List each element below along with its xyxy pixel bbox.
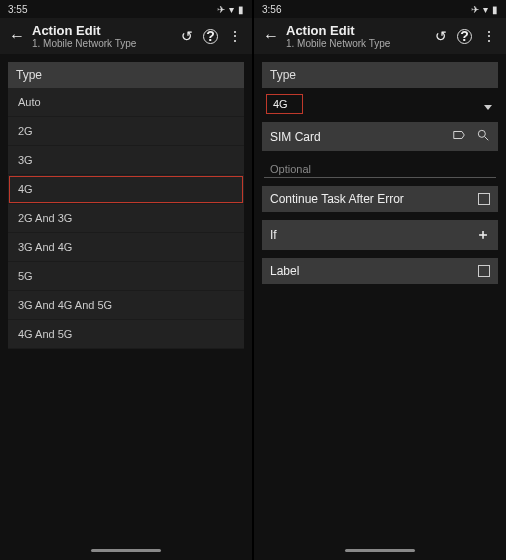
nav-pill[interactable] bbox=[345, 549, 415, 552]
content-left: Type Auto 2G 3G 4G 2G And 3G 3G And 4G 5… bbox=[0, 54, 252, 540]
option-3g4g5g[interactable]: 3G And 4G And 5G bbox=[8, 291, 244, 320]
if-add-button[interactable]: ＋ bbox=[476, 226, 490, 244]
page-subtitle: 1. Mobile Network Type bbox=[286, 38, 435, 49]
undo-button[interactable]: ↺ bbox=[435, 28, 447, 44]
option-auto[interactable]: Auto bbox=[8, 88, 244, 117]
sim-card-input[interactable]: Optional bbox=[264, 157, 496, 178]
wifi-icon: ▾ bbox=[229, 4, 234, 15]
status-time: 3:56 bbox=[262, 4, 281, 15]
continue-checkbox[interactable] bbox=[478, 193, 490, 205]
wifi-icon: ▾ bbox=[483, 4, 488, 15]
page-title: Action Edit bbox=[286, 23, 435, 38]
status-bar: 3:55 ✈ ▾ ▮ bbox=[0, 0, 252, 18]
status-icons: ✈ ▾ ▮ bbox=[471, 4, 498, 15]
undo-button[interactable]: ↺ bbox=[181, 28, 193, 44]
svg-line-1 bbox=[485, 137, 489, 141]
option-3g[interactable]: 3G bbox=[8, 146, 244, 175]
label-label: Label bbox=[270, 264, 299, 278]
status-time: 3:55 bbox=[8, 4, 27, 15]
type-selected-value[interactable]: 4G bbox=[266, 94, 303, 114]
svg-point-0 bbox=[478, 130, 485, 137]
battery-icon: ▮ bbox=[238, 4, 244, 15]
status-icons: ✈ ▾ ▮ bbox=[217, 4, 244, 15]
option-2g[interactable]: 2G bbox=[8, 117, 244, 146]
help-button[interactable]: ? bbox=[457, 29, 472, 44]
header-titles: Action Edit 1. Mobile Network Type bbox=[28, 23, 181, 49]
battery-icon: ▮ bbox=[492, 4, 498, 15]
tag-icon[interactable] bbox=[452, 128, 466, 145]
continue-label: Continue Task After Error bbox=[270, 192, 404, 206]
status-bar: 3:56 ✈ ▾ ▮ bbox=[254, 0, 506, 18]
sim-card-label: SIM Card bbox=[270, 130, 321, 144]
if-label: If bbox=[270, 228, 277, 242]
option-5g[interactable]: 5G bbox=[8, 262, 244, 291]
label-checkbox[interactable] bbox=[478, 265, 490, 277]
option-3g4g[interactable]: 3G And 4G bbox=[8, 233, 244, 262]
if-row[interactable]: If ＋ bbox=[262, 220, 498, 250]
continue-after-error-row[interactable]: Continue Task After Error bbox=[262, 186, 498, 212]
type-header: Type bbox=[262, 62, 498, 88]
airplane-icon: ✈ bbox=[217, 4, 225, 15]
option-4g[interactable]: 4G bbox=[8, 175, 244, 204]
overflow-menu[interactable]: ⋮ bbox=[228, 28, 242, 44]
header-titles: Action Edit 1. Mobile Network Type bbox=[282, 23, 435, 49]
type-dropdown-caret[interactable] bbox=[484, 88, 498, 114]
type-header: Type bbox=[8, 62, 244, 88]
option-4g5g[interactable]: 4G And 5G bbox=[8, 320, 244, 349]
option-2g3g[interactable]: 2G And 3G bbox=[8, 204, 244, 233]
app-header: ← Action Edit 1. Mobile Network Type ↺ ?… bbox=[254, 18, 506, 54]
back-button[interactable]: ← bbox=[6, 27, 28, 45]
nav-bar bbox=[0, 540, 252, 560]
overflow-menu[interactable]: ⋮ bbox=[482, 28, 496, 44]
page-title: Action Edit bbox=[32, 23, 181, 38]
back-button[interactable]: ← bbox=[260, 27, 282, 45]
phone-left: 3:55 ✈ ▾ ▮ ← Action Edit 1. Mobile Netwo… bbox=[0, 0, 252, 560]
app-header: ← Action Edit 1. Mobile Network Type ↺ ?… bbox=[0, 18, 252, 54]
nav-pill[interactable] bbox=[91, 549, 161, 552]
nav-bar bbox=[254, 540, 506, 560]
help-button[interactable]: ? bbox=[203, 29, 218, 44]
airplane-icon: ✈ bbox=[471, 4, 479, 15]
phone-right: 3:56 ✈ ▾ ▮ ← Action Edit 1. Mobile Netwo… bbox=[254, 0, 506, 560]
sim-card-row[interactable]: SIM Card bbox=[262, 122, 498, 151]
content-right: Type 4G SIM Card Optional Continue Task … bbox=[254, 54, 506, 540]
label-row[interactable]: Label bbox=[262, 258, 498, 284]
page-subtitle: 1. Mobile Network Type bbox=[32, 38, 181, 49]
type-dropdown-list: Auto 2G 3G 4G 2G And 3G 3G And 4G 5G 3G … bbox=[8, 88, 244, 349]
search-icon[interactable] bbox=[476, 128, 490, 145]
